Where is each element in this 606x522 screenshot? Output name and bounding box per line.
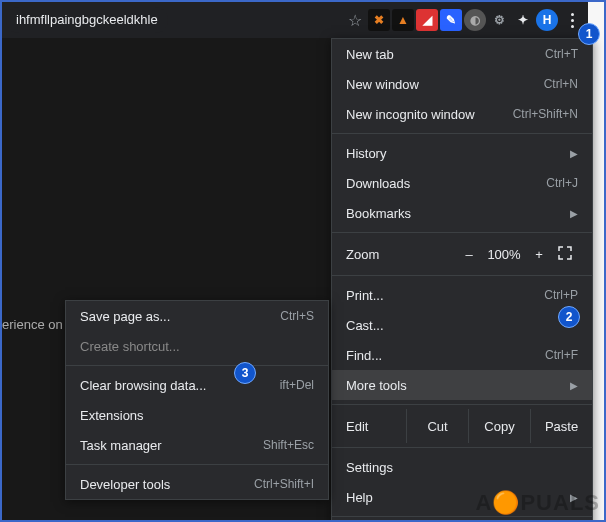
menu-label: Help [346, 490, 564, 505]
menu-shortcut: ift+Del [280, 378, 314, 392]
menu-zoom: Zoom – 100% + [332, 237, 592, 271]
menu-shortcut: Ctrl+F [545, 348, 578, 362]
submenu-developer-tools[interactable]: Developer tools Ctrl+Shift+I [66, 469, 328, 499]
annotation-badge-1: 1 [578, 23, 600, 45]
menu-separator [332, 516, 592, 517]
copy-button[interactable]: Copy [468, 409, 530, 443]
menu-separator [332, 404, 592, 405]
profile-avatar-icon[interactable]: H [536, 9, 558, 31]
settings-gear-icon[interactable]: ⚙ [488, 9, 510, 31]
menu-print[interactable]: Print... Ctrl+P [332, 280, 592, 310]
menu-label: New window [346, 77, 544, 92]
main-menu: New tab Ctrl+T New window Ctrl+N New inc… [331, 38, 593, 522]
menu-shortcut: Ctrl+P [544, 288, 578, 302]
menu-separator [332, 275, 592, 276]
extensions-puzzle-icon[interactable]: ✦ [512, 9, 534, 31]
menu-shortcut: Ctrl+N [544, 77, 578, 91]
chevron-right-icon: ▶ [570, 148, 578, 159]
menu-cast[interactable]: Cast... [332, 310, 592, 340]
chevron-right-icon: ▶ [570, 380, 578, 391]
zoom-in-button[interactable]: + [526, 247, 552, 262]
menu-label: Bookmarks [346, 206, 564, 221]
menu-find[interactable]: Find... Ctrl+F [332, 340, 592, 370]
bookmark-star-icon[interactable]: ☆ [348, 11, 362, 30]
menu-separator [66, 365, 328, 366]
extension-icon-4[interactable]: ✎ [440, 9, 462, 31]
menu-shortcut: Ctrl+S [280, 309, 314, 323]
extension-icon-5[interactable]: ◐ [464, 9, 486, 31]
zoom-label: Zoom [346, 247, 456, 262]
chevron-right-icon: ▶ [570, 208, 578, 219]
submenu-task-manager[interactable]: Task manager Shift+Esc [66, 430, 328, 460]
extension-icons: ✖ ▲ ◢ ✎ ◐ ⚙ ✦ H [368, 8, 584, 32]
menu-edit-row: Edit Cut Copy Paste [332, 409, 592, 443]
menu-label: Cast... [346, 318, 578, 333]
menu-shortcut: Ctrl+J [546, 176, 578, 190]
menu-shortcut: Ctrl+Shift+N [513, 107, 578, 121]
menu-label: Create shortcut... [80, 339, 314, 354]
menu-shortcut: Shift+Esc [263, 438, 314, 452]
menu-label: Settings [346, 460, 578, 475]
menu-label: Print... [346, 288, 544, 303]
menu-label: Save page as... [80, 309, 280, 324]
url-text[interactable]: ihfmfllpaingbgckeeldkhle [6, 7, 168, 33]
extension-icon-2[interactable]: ▲ [392, 9, 414, 31]
fullscreen-icon[interactable] [552, 246, 578, 263]
menu-new-window[interactable]: New window Ctrl+N [332, 69, 592, 99]
menu-separator [332, 447, 592, 448]
menu-downloads[interactable]: Downloads Ctrl+J [332, 168, 592, 198]
edit-label: Edit [346, 419, 406, 434]
annotation-badge-3: 3 [234, 362, 256, 384]
menu-label: Find... [346, 348, 545, 363]
chevron-right-icon: ▶ [570, 492, 578, 503]
submenu-clear-browsing-data[interactable]: Clear browsing data... ift+Del [66, 370, 328, 400]
menu-separator [332, 133, 592, 134]
menu-more-tools[interactable]: More tools ▶ [332, 370, 592, 400]
menu-label: Downloads [346, 176, 546, 191]
menu-separator [66, 464, 328, 465]
submenu-extensions[interactable]: Extensions [66, 400, 328, 430]
paste-button[interactable]: Paste [530, 409, 592, 443]
menu-shortcut: Ctrl+T [545, 47, 578, 61]
menu-new-tab[interactable]: New tab Ctrl+T [332, 39, 592, 69]
menu-label: Developer tools [80, 477, 254, 492]
menu-label: New incognito window [346, 107, 513, 122]
cut-button[interactable]: Cut [406, 409, 468, 443]
more-tools-submenu: Save page as... Ctrl+S Create shortcut..… [65, 300, 329, 500]
zoom-value: 100% [482, 247, 526, 262]
menu-bookmarks[interactable]: Bookmarks ▶ [332, 198, 592, 228]
menu-label: New tab [346, 47, 545, 62]
menu-shortcut: Ctrl+Shift+I [254, 477, 314, 491]
address-bar: ihfmfllpaingbgckeeldkhle ☆ ✖ ▲ ◢ ✎ ◐ ⚙ ✦… [2, 2, 588, 38]
extension-icon-3[interactable]: ◢ [416, 9, 438, 31]
menu-label: Task manager [80, 438, 263, 453]
menu-label: History [346, 146, 564, 161]
zoom-out-button[interactable]: – [456, 247, 482, 262]
annotation-badge-2: 2 [558, 306, 580, 328]
menu-separator [332, 232, 592, 233]
menu-settings[interactable]: Settings [332, 452, 592, 482]
menu-label: More tools [346, 378, 564, 393]
menu-label: Extensions [80, 408, 314, 423]
submenu-create-shortcut[interactable]: Create shortcut... [66, 331, 328, 361]
submenu-save-page[interactable]: Save page as... Ctrl+S [66, 301, 328, 331]
menu-help[interactable]: Help ▶ [332, 482, 592, 512]
menu-history[interactable]: History ▶ [332, 138, 592, 168]
extension-icon-1[interactable]: ✖ [368, 9, 390, 31]
menu-new-incognito[interactable]: New incognito window Ctrl+Shift+N [332, 99, 592, 129]
